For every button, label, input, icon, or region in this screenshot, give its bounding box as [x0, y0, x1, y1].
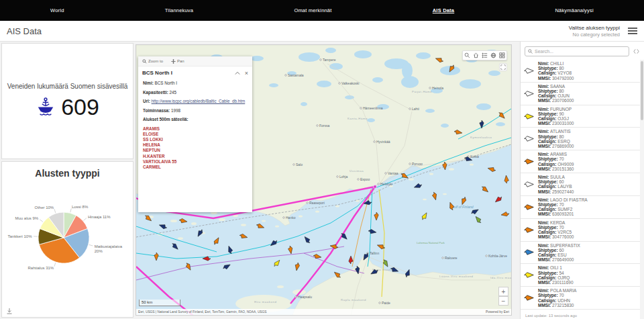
zoom-out-button[interactable]: −	[498, 296, 508, 306]
nearby-ship-link[interactable]: VARTIOLAIVA 55	[143, 159, 248, 165]
nearby-ship-link[interactable]: H.KANTER	[143, 154, 248, 159]
menu-icon[interactable]	[628, 26, 637, 36]
search-box[interactable]	[525, 46, 629, 56]
popup-title: BCS North I	[142, 70, 172, 76]
zoom-control: + −	[498, 287, 508, 306]
map-fullscreen-icon[interactable]	[499, 63, 507, 71]
city-label: Raasepori	[309, 201, 325, 205]
region-label: Ida-Viru maakond	[490, 276, 511, 279]
magnifier-icon	[142, 59, 147, 64]
city-label: Forssa	[319, 124, 330, 128]
city-label: Espoo	[360, 177, 370, 181]
city-dot	[317, 125, 319, 127]
nav-item-omat-merkinnat[interactable]: Omat merkinnät	[294, 7, 331, 13]
city-dot	[293, 164, 295, 166]
top-nav: World Tilannekuva Omat merkinnät AIS Dat…	[0, 0, 644, 21]
category-value: No category selected	[569, 32, 620, 38]
ship-list: Nimi: CHILLIShiptype: 80Callsign: V2YO8M…	[521, 60, 641, 311]
city-label: Porvoo	[412, 162, 423, 166]
ship-direction-icon	[523, 158, 535, 165]
ship-details: Nimi: ARAMISShiptype: 70Callsign: OH9009…	[538, 152, 574, 171]
city-label: Hyvinkää	[376, 140, 390, 144]
nearby-ship-link[interactable]: ELOISE	[143, 132, 248, 137]
map-basemap-icon[interactable]	[498, 51, 506, 60]
zoom-in-button[interactable]: +	[498, 287, 508, 296]
ship-details: Nimi: POLA MARIAShiptype: 70Callsign: UD…	[538, 288, 576, 308]
city-dot	[374, 141, 376, 143]
ship-direction-icon	[523, 271, 535, 279]
ship-list-item[interactable]: Nimi: ATLANTISShiptype: 80Callsign: ESRQ…	[521, 127, 641, 150]
nearby-ship-link[interactable]: ARAMIS	[143, 126, 248, 132]
update-status: Last update: 13 seconds ago	[525, 314, 577, 318]
nav-item-nakymaanalyysi[interactable]: Näkymäanalyysi	[555, 7, 593, 13]
page-header: AIS Data Valitse aluksen tyyppi No categ…	[0, 21, 644, 42]
nearby-ship-link[interactable]: NEPTUN	[143, 148, 248, 153]
city-label: Valkeakoski	[341, 81, 359, 85]
map-home-icon[interactable]	[472, 51, 480, 60]
city-dot	[378, 183, 380, 185]
nav-item-world[interactable]: World	[50, 7, 64, 13]
city-dot	[307, 202, 309, 204]
page-title: AIS Data	[7, 26, 42, 36]
ship-list-item[interactable]: Nimi: SUULAShiptype: 60Callsign: LAUYBMM…	[521, 173, 641, 195]
map-legend-icon[interactable]	[480, 51, 489, 60]
ship-details: Nimi: SUULAShiptype: 60Callsign: LAUYBMM…	[538, 175, 574, 194]
ship-list-item[interactable]: Nimi: FURUNOPShiptype: 90Callsign: OJGJM…	[521, 105, 641, 128]
ship-list-item[interactable]: Nimi: OILI 1Shiptype: 54Callsign: OJRQMM…	[521, 263, 641, 286]
city-label: Tampere	[323, 58, 336, 62]
ship-list-item[interactable]: Nimi: KERDAShiptype: 70Callsign: V2RC5MM…	[521, 218, 641, 241]
category-label: Valitse aluksen tyyppi	[569, 25, 620, 31]
popup-url-link[interactable]: http://www.iscpc.org/cabledb/Baltic_Cabl…	[152, 99, 246, 103]
ship-list-item[interactable]: Nimi: CHILLIShiptype: 80Callsign: V2YO8M…	[521, 60, 641, 82]
powered-by-esri: Powered by Esri	[486, 310, 509, 314]
ship-details: Nimi: CHILLIShiptype: 80Callsign: V2YO8M…	[538, 61, 574, 81]
map-container[interactable]: TampereSastamalaValkeakoskiHämeenlinnaFo…	[136, 44, 512, 316]
map-search-icon[interactable]	[463, 51, 472, 60]
city-dot	[320, 59, 322, 61]
popup-field: Alukset 500m säteellä:	[143, 117, 248, 122]
map-layers-icon[interactable]	[489, 51, 498, 60]
download-icon[interactable]	[6, 308, 13, 314]
city-dot	[339, 83, 341, 85]
selected-feature-marker[interactable]	[374, 185, 377, 189]
nearby-ship-link[interactable]: CARMEL	[143, 165, 248, 170]
ship-details: Nimi: SUPERFASTIXShiptype: 60Callsign: E…	[538, 243, 580, 263]
popup-field: Nimi: BCS North I	[143, 81, 248, 85]
pie-label: Muu alus 9%	[15, 216, 39, 220]
panel-collapse-icon[interactable]	[632, 48, 640, 56]
nearby-ship-link[interactable]: HELENA	[143, 142, 248, 148]
region-label: Kymenlaakso	[470, 136, 492, 139]
nav-item-tilannekuva[interactable]: Tilannekuva	[165, 7, 193, 13]
attribution-text: Esri, USGS | National Land Survey of Fin…	[138, 310, 267, 314]
map-toolbar	[462, 50, 507, 60]
pie-title: Alusten tyyppi	[2, 168, 133, 179]
city-label: Vantaa	[388, 171, 398, 175]
ship-list-item[interactable]: Nimi: FINNISH WARSHIP 40Shiptype: 35Call…	[521, 309, 641, 311]
pie-label: Other 10%	[34, 206, 54, 210]
zoom-to-button[interactable]: Zoom to	[142, 59, 163, 64]
pie-label: Tankkeri 10%	[8, 234, 33, 238]
scrollbar[interactable]	[640, 60, 644, 319]
ship-list-item[interactable]: Nimi: SUPERFASTIXShiptype: 60Callsign: E…	[521, 241, 641, 264]
city-dot	[360, 107, 362, 109]
ship-list-item[interactable]: Nimi: SAANAShiptype: 80Callsign: OJUNMMS…	[521, 82, 641, 105]
ship-panel: Nimi: CHILLIShiptype: 80Callsign: V2YO8M…	[520, 42, 644, 319]
nav-item-ais-data[interactable]: AIS Data	[433, 7, 454, 13]
nearby-ship-link[interactable]: SS LOKKI	[143, 137, 248, 142]
ship-details: Nimi: FURUNOPShiptype: 90Callsign: OJGJM…	[538, 107, 574, 126]
pie-chart: Lossi 8%Hinaaja 11%Matkustajalaiva20%Rah…	[2, 181, 133, 294]
search-input[interactable]	[535, 49, 626, 54]
app-root: World Tilannekuva Omat merkinnät AIS Dat…	[0, 0, 644, 319]
collapse-icon[interactable]	[235, 71, 240, 75]
region-label: Uusimaa	[350, 169, 364, 173]
ship-list-item[interactable]: Nimi: LAGO DI FIASTRAShiptype: 70Callsig…	[521, 195, 641, 218]
scrollbar-thumb[interactable]	[641, 61, 643, 120]
city-dot	[379, 302, 381, 304]
boat-count: 609	[61, 94, 99, 120]
pan-button[interactable]: Pan	[171, 59, 184, 64]
ship-list-item[interactable]: Nimi: POLA MARIAShiptype: 70Callsign: UD…	[521, 286, 641, 309]
category-selector[interactable]: Valitse aluksen tyyppi No category selec…	[569, 25, 620, 38]
city-dot	[337, 176, 339, 178]
close-icon[interactable]: ×	[245, 71, 248, 75]
ship-list-item[interactable]: Nimi: ARAMISShiptype: 70Callsign: OH9009…	[521, 150, 641, 173]
